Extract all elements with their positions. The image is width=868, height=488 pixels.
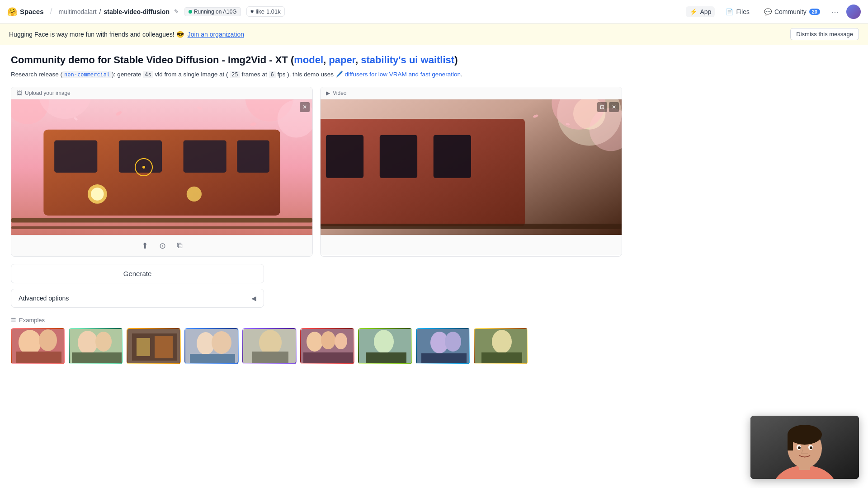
running-status[interactable]: Running on A10G (184, 7, 241, 16)
upload-label-text: Upload your image (25, 90, 71, 96)
svg-rect-22 (380, 135, 417, 178)
video-frame (321, 99, 622, 235)
example-thumb-5[interactable] (242, 328, 297, 364)
example-thumb-3[interactable] (127, 328, 181, 364)
files-label: Files (736, 8, 750, 15)
app-tab[interactable]: ⚡ App (686, 6, 715, 17)
spaces-icon: 🤗 (7, 7, 17, 17)
title-comma2: , (355, 54, 361, 66)
fps-value: 6 (269, 71, 276, 78)
app-label: App (700, 8, 711, 15)
examples-section: ☰ Examples (11, 317, 622, 364)
avatar[interactable] (846, 5, 861, 19)
share-icon[interactable]: ⬆ (140, 239, 150, 253)
svg-point-33 (39, 329, 57, 351)
frames-label: frames (242, 71, 260, 78)
join-org-link[interactable]: Join an organization (188, 31, 244, 38)
spaces-link[interactable]: 🤗 Spaces (7, 7, 44, 17)
generate-button[interactable]: Generate (11, 264, 264, 283)
notification-banner: Hugging Face is way more fun with friend… (0, 23, 868, 45)
repo-separator: / (99, 8, 101, 15)
examples-text: Examples (19, 317, 45, 324)
navbar: 🤗 Spaces / multimodalart / stable-video-… (0, 0, 868, 23)
example-thumb-img-5 (243, 329, 297, 364)
webcam-icon[interactable]: ⊙ (157, 239, 168, 253)
example-thumb-8[interactable] (416, 328, 470, 364)
status-dot (189, 10, 192, 14)
duration-value: 4s (143, 71, 153, 78)
stability-link[interactable]: stability's ui waitlist (361, 54, 454, 66)
svg-point-53 (335, 333, 347, 349)
non-commercial-link[interactable]: non-commercial (62, 71, 112, 78)
clipboard-icon[interactable]: ⧉ (175, 239, 184, 253)
example-thumb-img-7 (359, 329, 412, 364)
title-comma1: , (323, 54, 329, 66)
repo-owner: multimodalart (59, 8, 97, 15)
upload-image-area[interactable]: ✕ (11, 99, 312, 235)
example-thumb-4[interactable] (184, 328, 239, 364)
more-options-icon[interactable]: ⋯ (831, 7, 839, 17)
example-thumb-7[interactable] (358, 328, 412, 364)
svg-rect-46 (190, 354, 235, 364)
svg-rect-5 (237, 141, 269, 173)
heart-icon: ♥ (250, 8, 254, 15)
svg-point-52 (321, 331, 335, 349)
video-image-area[interactable]: ⊡ ✕ (321, 99, 622, 235)
train-svg (11, 99, 312, 235)
running-label: Running on A10G (194, 9, 237, 15)
svg-rect-3 (119, 141, 162, 173)
community-tab[interactable]: 💬 Community 20 (760, 6, 824, 17)
dismiss-button[interactable]: Dismiss this message (790, 28, 859, 40)
like-count: 1.01k (266, 8, 281, 15)
example-thumb-1[interactable] (11, 328, 65, 364)
examples-label: ☰ Examples (11, 317, 622, 324)
example-thumb-img-2 (70, 329, 123, 364)
example-thumb-img-1 (12, 329, 65, 364)
files-icon: 📄 (726, 8, 733, 15)
svg-point-8 (187, 187, 202, 202)
title-prefix: Community demo for Stable Video Diffusio… (11, 54, 294, 66)
image-icon: 🖼 (17, 90, 22, 96)
frames-value: 25 (230, 71, 240, 78)
svg-rect-64 (481, 352, 522, 364)
svg-point-7 (91, 188, 104, 201)
list-icon: ☰ (11, 317, 16, 324)
svg-rect-21 (326, 135, 363, 178)
svg-rect-54 (303, 352, 353, 364)
video-icon: ▶ (326, 90, 330, 96)
svg-rect-57 (366, 352, 406, 364)
like-button[interactable]: ♥ like 1.01k (246, 6, 285, 17)
video-bottom-spacer (321, 235, 622, 255)
edit-icon[interactable]: ✎ (174, 8, 179, 15)
svg-rect-23 (434, 135, 471, 178)
files-tab[interactable]: 📄 Files (722, 6, 753, 17)
repo-name: stable-video-diffusion (104, 8, 169, 15)
collapse-icon: ◀ (251, 295, 256, 302)
model-link[interactable]: model (294, 54, 323, 66)
example-thumb-9[interactable] (474, 328, 528, 364)
paper-link[interactable]: paper (329, 54, 355, 66)
close-image-button[interactable]: ✕ (300, 102, 310, 112)
navbar-right: ⚡ App 📄 Files 💬 Community 20 ⋯ (686, 5, 861, 19)
community-label: Community (774, 8, 807, 15)
svg-point-51 (307, 332, 323, 352)
close-video-button[interactable]: ✕ (609, 102, 619, 112)
example-thumb-2[interactable] (69, 328, 123, 364)
example-thumb-6[interactable] (300, 328, 354, 364)
community-badge: 20 (809, 9, 820, 15)
svg-rect-41 (137, 338, 150, 356)
svg-rect-49 (252, 352, 288, 364)
app-icon: ⚡ (689, 8, 697, 15)
diffusers-link[interactable]: diffusers for low VRAM and fast generati… (345, 71, 461, 78)
fps-label: fps (278, 71, 286, 78)
minimize-video-button[interactable]: ⊡ (597, 102, 607, 112)
upload-controls: ⬆ ⊙ ⧉ (11, 235, 312, 256)
svg-rect-26 (321, 224, 622, 229)
page-title: Community demo for Stable Video Diffusio… (11, 54, 622, 66)
example-thumb-img-6 (301, 329, 354, 364)
advanced-options-toggle[interactable]: Advanced options ◀ (11, 289, 264, 308)
svg-point-45 (212, 331, 231, 354)
spaces-label: Spaces (20, 8, 44, 15)
train-image (11, 99, 312, 235)
video-panel-label: ▶ Video (321, 87, 622, 99)
